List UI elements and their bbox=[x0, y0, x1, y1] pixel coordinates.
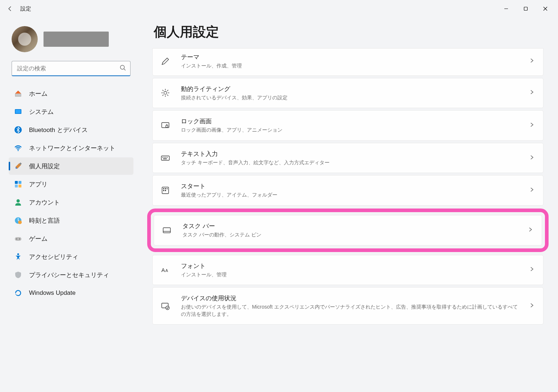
svg-rect-41 bbox=[163, 190, 164, 191]
minimize-icon bbox=[504, 7, 508, 11]
svg-point-2 bbox=[120, 65, 124, 69]
sidebar: ホーム システム Bluetooth とデバイス ネットワークとインターネット … bbox=[0, 17, 138, 392]
home-icon bbox=[14, 89, 22, 98]
svg-point-19 bbox=[17, 253, 19, 255]
section-title: デバイスの使用状況 bbox=[181, 294, 519, 302]
nav-label: ゲーム bbox=[29, 235, 47, 243]
section-desc: インストール、管理 bbox=[181, 271, 519, 278]
bluetooth-icon bbox=[14, 125, 22, 134]
minimize-button[interactable] bbox=[496, 1, 516, 16]
section-desc: インストール、作成、管理 bbox=[181, 62, 519, 70]
nav-apps[interactable]: アプリ bbox=[9, 176, 133, 193]
apps-icon bbox=[14, 180, 22, 189]
nav-network[interactable]: ネットワークとインターネット bbox=[9, 139, 133, 157]
svg-rect-9 bbox=[15, 181, 18, 184]
section-device-usage[interactable]: デバイスの使用状況 お使いのデバイスを使用して、Microsoft エクスペリエ… bbox=[152, 287, 543, 325]
device-usage-icon bbox=[160, 301, 171, 311]
arrow-left-icon bbox=[7, 6, 13, 12]
chevron-right-icon bbox=[529, 187, 534, 194]
svg-line-3 bbox=[124, 69, 125, 70]
section-text-input[interactable]: テキスト入力 タッチ キーボード、音声入力、絵文字など、入力方式エディター bbox=[152, 143, 543, 173]
section-lock-screen[interactable]: ロック画面 ロック画面の画像、アプリ、アニメーション bbox=[152, 110, 543, 141]
svg-line-27 bbox=[162, 95, 164, 96]
section-title: ロック画面 bbox=[181, 117, 519, 125]
chevron-right-icon bbox=[529, 267, 534, 273]
search-wrap bbox=[12, 61, 131, 76]
svg-point-7 bbox=[17, 150, 18, 151]
section-dynamic-lighting[interactable]: 動的ライティング 接続されているデバイス、効果、アプリの設定 bbox=[152, 78, 543, 108]
section-start[interactable]: スタート 最近使ったアプリ、アイテム、フォルダー bbox=[152, 175, 543, 206]
section-title: テーマ bbox=[181, 53, 519, 61]
back-button[interactable] bbox=[3, 1, 17, 16]
profile-section[interactable] bbox=[9, 23, 133, 61]
svg-rect-33 bbox=[164, 157, 165, 158]
svg-text:A: A bbox=[161, 267, 165, 273]
titlebar: 設定 bbox=[0, 0, 558, 17]
nav-label: Windows Update bbox=[29, 289, 76, 297]
svg-rect-10 bbox=[18, 181, 21, 184]
svg-point-15 bbox=[18, 220, 22, 224]
account-icon bbox=[14, 198, 22, 207]
svg-rect-30 bbox=[166, 125, 168, 127]
highlight-annotation: タスク バー タスク バーの動作、システム ピン bbox=[147, 209, 549, 252]
nav-label: ネットワークとインターネット bbox=[29, 144, 115, 152]
nav-system[interactable]: システム bbox=[9, 103, 133, 120]
svg-point-17 bbox=[16, 239, 17, 240]
section-desc: 最近使ったアプリ、アイテム、フォルダー bbox=[181, 191, 519, 199]
svg-rect-36 bbox=[163, 158, 167, 159]
search-icon bbox=[120, 65, 126, 73]
maximize-button[interactable] bbox=[516, 1, 536, 16]
nav-gaming[interactable]: ゲーム bbox=[9, 230, 133, 247]
section-taskbar[interactable]: タスク バー タスク バーの動作、システム ピン bbox=[154, 215, 542, 245]
section-desc: タッチ キーボード、音声入力、絵文字など、入力方式エディター bbox=[181, 159, 519, 166]
svg-point-18 bbox=[19, 239, 20, 240]
nav-accessibility[interactable]: アクセシビリティ bbox=[9, 248, 133, 265]
close-icon bbox=[543, 7, 547, 11]
search-input[interactable] bbox=[12, 61, 131, 76]
avatar bbox=[12, 26, 38, 52]
section-fonts[interactable]: AA フォント インストール、管理 bbox=[152, 255, 543, 285]
svg-rect-31 bbox=[161, 156, 169, 160]
profile-name-redacted bbox=[44, 32, 109, 47]
section-desc: ロック画面の画像、アプリ、アニメーション bbox=[181, 127, 519, 134]
nav-time-language[interactable]: 時刻と言語 bbox=[9, 212, 133, 229]
svg-rect-40 bbox=[167, 188, 168, 189]
svg-rect-42 bbox=[165, 190, 166, 191]
svg-rect-12 bbox=[18, 185, 21, 187]
chevron-right-icon bbox=[528, 227, 533, 234]
close-button[interactable] bbox=[536, 1, 555, 16]
section-desc: タスク バーの動作、システム ピン bbox=[182, 231, 518, 239]
nav-privacy[interactable]: プライバシーとセキュリティ bbox=[9, 266, 133, 284]
taskbar-icon bbox=[161, 225, 172, 236]
page-title: 個人用設定 bbox=[152, 23, 543, 41]
nav-label: Bluetooth とデバイス bbox=[29, 126, 88, 134]
pen-icon bbox=[160, 56, 171, 67]
maximize-icon bbox=[524, 7, 528, 11]
nav-label: プライバシーとセキュリティ bbox=[29, 271, 109, 279]
nav-accounts[interactable]: アカウント bbox=[9, 194, 133, 211]
fonts-icon: AA bbox=[160, 264, 171, 275]
section-title: 動的ライティング bbox=[181, 85, 519, 93]
svg-rect-35 bbox=[167, 157, 168, 158]
section-themes[interactable]: テーマ インストール、作成、管理 bbox=[152, 48, 543, 76]
svg-text:A: A bbox=[165, 268, 168, 273]
nav-label: 時刻と言語 bbox=[29, 216, 60, 225]
svg-point-48 bbox=[166, 306, 169, 310]
svg-line-25 bbox=[162, 90, 164, 91]
nav-bluetooth[interactable]: Bluetooth とデバイス bbox=[9, 121, 133, 139]
svg-rect-1 bbox=[524, 7, 528, 11]
accessibility-icon bbox=[14, 252, 22, 261]
section-title: スタート bbox=[181, 182, 519, 190]
svg-point-13 bbox=[17, 199, 20, 203]
nav-home[interactable]: ホーム bbox=[9, 85, 133, 102]
nav-windows-update[interactable]: Windows Update bbox=[9, 284, 133, 302]
svg-line-28 bbox=[167, 90, 168, 91]
nav-label: アプリ bbox=[29, 180, 47, 189]
paintbrush-icon bbox=[14, 162, 22, 170]
section-desc: 接続されているデバイス、効果、アプリの設定 bbox=[181, 94, 519, 102]
profile-info bbox=[44, 32, 131, 47]
section-title: テキスト入力 bbox=[181, 150, 519, 158]
svg-point-20 bbox=[164, 91, 167, 94]
section-desc: お使いのデバイスを使用して、Microsoft エクスペリエンス内でパーソナライ… bbox=[181, 304, 519, 318]
nav-personalization[interactable]: 個人用設定 bbox=[9, 157, 133, 175]
